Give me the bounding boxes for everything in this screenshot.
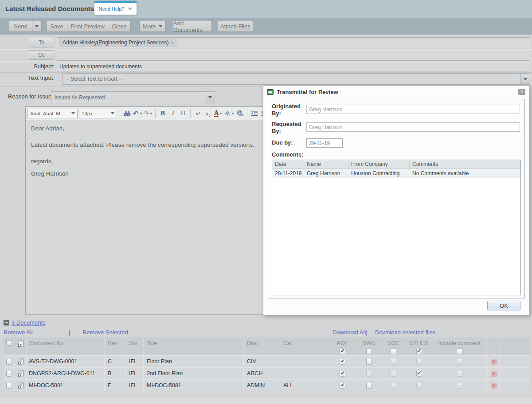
insert-link-button[interactable] [235,109,244,118]
document-row[interactable]: AVS-T2-DWG-0001 C IFI Floor Plan CIV [4,355,530,367]
include-comment-checkbox[interactable] [457,383,462,388]
column-header-comments[interactable]: Comments [410,160,520,169]
collapse-documents-icon[interactable] [4,320,9,326]
dwg-all-checkbox[interactable] [366,349,372,354]
cc-recipients-field[interactable] [57,50,530,61]
download-selected-files-link[interactable]: Download selected files [375,329,436,336]
dwg-checkbox[interactable] [366,383,372,388]
send-dropdown-button[interactable] [32,21,42,32]
font-size-select[interactable]: 13px [79,109,117,118]
include-comment-checkbox[interactable] [457,359,462,365]
divider [155,109,156,118]
undo-button[interactable]: ↶ [133,109,142,118]
font-family-select[interactable]: Arial, Arial_M... [27,109,78,118]
ok-button[interactable]: OK [487,301,520,310]
sts-cell: IFI [126,368,144,379]
pdf-checkbox[interactable] [340,371,345,377]
column-header-pdf: PDF [328,337,357,355]
subscript-button[interactable]: x₂ [203,109,212,118]
originated-by-input[interactable] [306,105,520,114]
print-preview-button[interactable]: Print Preview [67,21,108,32]
remove-selected-link[interactable]: Remove Selected [82,329,128,336]
divider [190,109,191,118]
bold-button[interactable]: B [158,109,167,118]
comment-row[interactable]: 28-11-2019 Greg Harrison Houston Contrac… [272,169,520,178]
other-checkbox[interactable] [416,359,422,365]
column-header-disc[interactable]: Disc [244,337,280,355]
column-header-cat[interactable]: Cat [280,337,328,355]
dialog-close-icon[interactable] [518,89,525,95]
dwg-checkbox[interactable] [366,359,372,365]
superscript-button[interactable]: x² [193,109,202,118]
remove-recipient-icon[interactable] [171,40,173,45]
cc-button[interactable]: Cc [29,50,54,60]
column-header-title[interactable]: Title [144,337,244,355]
documents-count-link[interactable]: 3 Documents [12,319,46,326]
text-insert-dropdown-button[interactable] [520,74,530,84]
links-separator: | [69,329,70,336]
doc-checkbox[interactable] [391,383,396,388]
attach-files-button[interactable]: Attach Files [218,21,253,32]
other-checkbox[interactable] [416,371,422,377]
other-all-checkbox[interactable] [416,349,422,354]
to-recipients-field[interactable]: Adrian Hinkley(Engineering Project Servi… [57,37,530,48]
font-color-button[interactable]: A [214,109,223,118]
text-insert-select[interactable]: -- Select Text to Insert -- [62,73,530,85]
include-comment-checkbox[interactable] [457,371,462,377]
close-button[interactable]: Close [108,21,131,32]
highlight-color-button[interactable] [224,109,234,118]
italic-button[interactable]: I [168,109,177,118]
include-comment-all-checkbox[interactable] [457,349,462,354]
row-select-checkbox[interactable] [6,371,12,377]
underline-button[interactable]: U [179,109,188,118]
doc-checkbox[interactable] [391,359,396,365]
more-label: More [143,23,156,30]
find-replace-button[interactable] [123,109,132,118]
view-document-icon[interactable] [17,358,24,365]
subject-input[interactable] [57,62,530,71]
doc-checkbox[interactable] [391,371,396,377]
remove-document-icon[interactable] [491,371,497,377]
view-document-icon[interactable] [17,370,24,377]
to-button[interactable]: To [29,38,54,47]
remove-document-icon[interactable] [491,359,497,365]
due-by-input[interactable] [306,138,343,148]
pdf-checkbox[interactable] [340,383,345,388]
outdent-button[interactable] [250,109,259,118]
remove-document-icon[interactable] [491,383,497,388]
column-header-rev[interactable]: Rev [105,337,126,355]
reason-dropdown-button[interactable] [205,92,215,103]
need-help-button[interactable]: Need Help? [94,1,137,15]
send-button[interactable]: Send [9,21,32,32]
font-color-icon: A [214,110,219,117]
doc-all-checkbox[interactable] [391,349,396,354]
remove-all-link[interactable]: Remove All [4,329,33,336]
disc-cell: ADMIN [244,380,280,391]
title-cell: 2nd Floor Plan [144,368,244,379]
column-header-sts[interactable]: Sts [126,337,144,355]
document-row[interactable]: MI-DOC-5881 F IFI MI-DOC-5881 ADMIN ALL [4,379,530,391]
add-documents-button[interactable]: Add Documents [173,21,212,32]
redo-button[interactable]: ↷ [144,109,153,118]
reason-select[interactable]: Issued As Requested [51,91,215,103]
column-header-name[interactable]: Name [304,160,348,169]
dwg-checkbox[interactable] [366,371,372,377]
document-row[interactable]: DNGPS2-ARCH-DWG-011 B IFI 2nd Floor Plan… [4,367,530,379]
select-all-checkbox[interactable] [6,340,12,346]
other-checkbox[interactable] [416,383,422,388]
column-header-date[interactable]: Date [272,160,304,169]
column-header-from-company[interactable]: From Company [348,160,410,169]
download-all-link[interactable]: Download All| [332,329,368,336]
more-button[interactable]: More [139,21,166,32]
pdf-checkbox[interactable] [340,359,345,365]
attach-files-label: Attach Files [220,23,250,30]
row-select-checkbox[interactable] [6,359,12,365]
send-label: Send [14,23,27,30]
column-header-doc-no[interactable]: Document No. [27,337,105,355]
view-document-icon[interactable] [17,382,24,389]
pdf-all-checkbox[interactable] [340,349,345,354]
row-select-checkbox[interactable] [6,383,12,388]
requested-by-input[interactable] [306,122,520,132]
save-button[interactable]: Save [46,21,67,32]
doc-no-cell: AVS-T2-DWG-0001 [27,356,105,367]
